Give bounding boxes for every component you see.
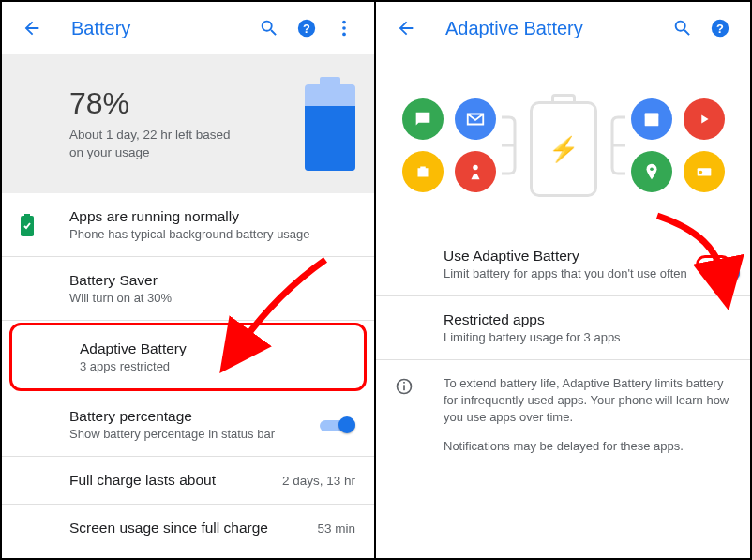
search-button[interactable] [664,9,701,47]
row-title: Use Adaptive Battery [444,248,696,265]
back-button[interactable] [13,9,51,47]
svg-text:?: ? [716,22,724,36]
more-vert-icon [334,18,354,38]
svg-point-14 [650,167,654,171]
svg-point-3 [342,26,346,30]
svg-point-2 [342,21,346,24]
row-title: Full charge lasts about [69,472,271,489]
svg-rect-12 [644,114,658,117]
wire-icon [609,98,625,192]
info-text: Notifications may be delayed for these a… [444,438,731,455]
adaptive-battery-row[interactable]: Adaptive Battery 3 apps restricted [9,323,367,391]
row-sub: Phone has typical background battery usa… [69,227,355,241]
battery-saver-row[interactable]: Battery Saver Will turn on at 30% [2,257,374,321]
appbar: Battery ? [2,2,374,54]
overflow-button[interactable] [325,9,363,47]
battery-estimate: About 1 day, 22 hr left based on your us… [69,127,248,160]
row-sub: Limit battery for apps that you don't us… [444,266,696,280]
appbar: Adaptive Battery ? [376,2,750,54]
info-text: To extend battery life, Adaptive Battery… [444,375,731,427]
battery-icon [305,77,355,171]
page-title: Adaptive Battery [445,18,664,39]
app-icon [402,151,444,192]
app-icon [631,98,672,140]
battery-outline-icon: ⚡ [530,94,597,197]
svg-text:?: ? [303,22,310,36]
battery-ok-icon [21,214,34,236]
row-value: 2 days, 13 hr [282,474,355,488]
app-icon [631,151,672,192]
row-sub: Will turn on at 30% [69,291,355,305]
row-title: Restricted apps [444,311,731,328]
battery-hero[interactable]: 78% About 1 day, 22 hr left based on you… [2,54,374,193]
arrow-back-icon [22,18,42,38]
adaptive-battery-screen: Adaptive Battery ? ⚡ [376,2,750,558]
search-icon [259,18,279,38]
battery-percent: 78% [69,86,293,121]
search-icon [672,18,693,38]
battery-settings-screen: Battery ? 78% About 1 day, 22 hr left ba… [2,2,376,558]
row-title: Battery percentage [69,408,320,425]
use-adaptive-row[interactable]: Use Adaptive Battery Limit battery for a… [376,233,750,296]
app-icon [684,151,725,192]
svg-rect-18 [403,385,405,390]
use-adaptive-toggle[interactable] [696,255,731,274]
app-icon [455,98,496,140]
row-value: 53 min [317,522,355,536]
help-icon: ? [710,18,730,38]
adaptive-info: To extend battery life, Adaptive Battery… [376,360,750,481]
full-charge-row[interactable]: Full charge lasts about 2 days, 13 hr [2,457,374,505]
help-button[interactable]: ? [701,9,739,47]
svg-point-10 [473,165,478,171]
app-icon [402,98,444,140]
page-title: Battery [71,18,250,39]
wire-icon [502,98,519,192]
row-title: Battery Saver [69,272,355,289]
svg-point-4 [342,33,346,37]
screen-usage-row[interactable]: Screen usage since full charge 53 min [2,505,374,552]
restricted-apps-row[interactable]: Restricted apps Limiting battery usage f… [376,296,750,360]
adaptive-illustration: ⚡ [376,54,750,233]
row-sub: Show battery percentage in status bar [69,427,320,441]
row-sub: 3 apps restricted [80,359,345,373]
row-title: Screen usage since full charge [69,520,306,537]
svg-point-16 [699,171,702,174]
app-icon [684,98,725,140]
app-icon [455,151,496,192]
svg-rect-19 [403,382,405,384]
svg-marker-13 [701,114,708,123]
arrow-back-icon [396,18,416,38]
row-sub: Limiting battery usage for 3 apps [444,330,731,344]
help-button[interactable]: ? [288,9,325,47]
help-icon: ? [296,18,317,38]
battery-percentage-row[interactable]: Battery percentage Show battery percenta… [2,393,374,457]
info-icon [395,377,414,401]
battery-percentage-toggle[interactable] [320,416,355,434]
row-title: Apps are running normally [69,208,355,225]
row-title: Adaptive Battery [80,341,345,357]
search-button[interactable] [250,9,288,47]
apps-running-row[interactable]: Apps are running normally Phone has typi… [2,193,374,257]
back-button[interactable] [387,9,425,47]
